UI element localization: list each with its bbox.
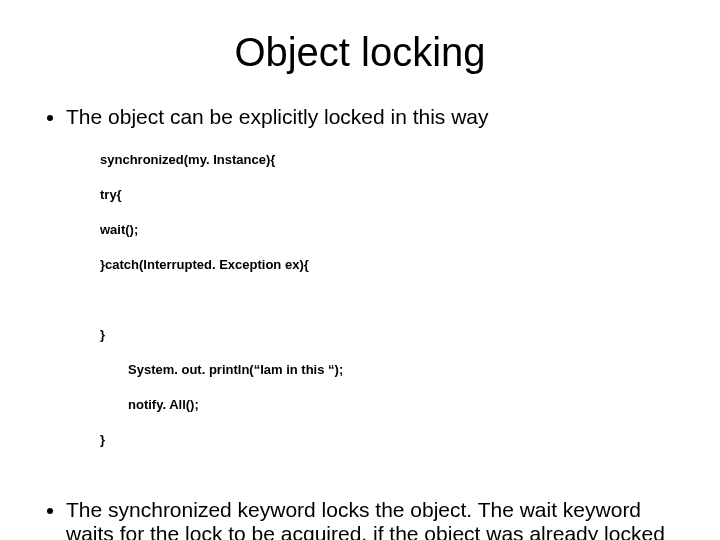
code-line: wait(); bbox=[100, 221, 690, 239]
paragraph-bullet-1: The synchronized keyword locks the objec… bbox=[66, 498, 690, 540]
intro-text: The object can be explicitly locked in t… bbox=[66, 105, 489, 128]
code-line: synchronized(my. Instance){ bbox=[100, 151, 690, 169]
code-block: synchronized(my. Instance){ try{ wait();… bbox=[66, 133, 690, 484]
slide: Object locking The object can be explici… bbox=[0, 0, 720, 540]
code-line: try{ bbox=[100, 186, 690, 204]
bullet-list: The object can be explicitly locked in t… bbox=[30, 105, 690, 540]
code-line: System. out. println(“Iam in this “); bbox=[100, 361, 690, 379]
code-line: } bbox=[100, 431, 690, 449]
code-line: } bbox=[100, 326, 690, 344]
slide-title: Object locking bbox=[30, 30, 690, 75]
code-line: }catch(Interrupted. Exception ex){ bbox=[100, 256, 690, 274]
intro-bullet: The object can be explicitly locked in t… bbox=[66, 105, 690, 484]
code-line: notify. All(); bbox=[100, 396, 690, 414]
code-line bbox=[100, 291, 690, 309]
